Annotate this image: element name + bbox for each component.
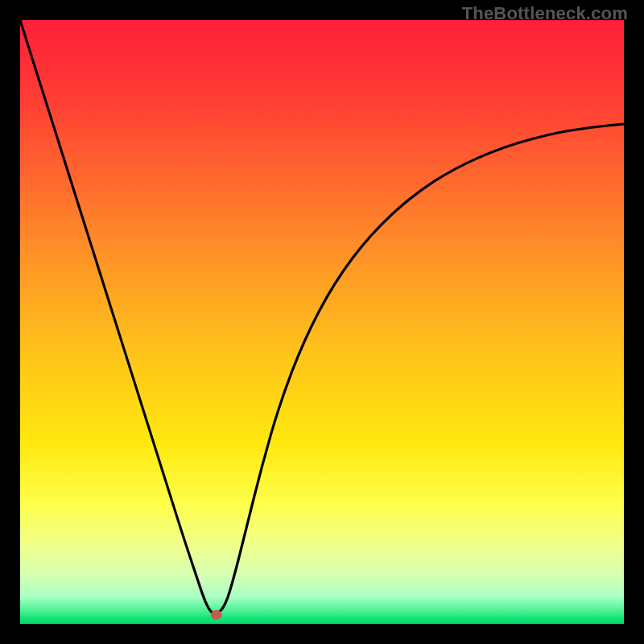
watermark-text: TheBottleneck.com <box>462 3 628 24</box>
plot-area <box>20 20 624 624</box>
chart-frame: TheBottleneck.com <box>0 0 644 644</box>
optimal-marker <box>211 610 222 620</box>
bottleneck-curve <box>20 20 624 624</box>
